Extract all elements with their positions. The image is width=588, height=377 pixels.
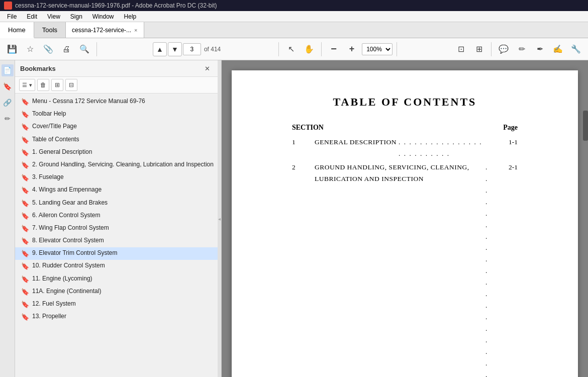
collapse-all-button[interactable]: ⊟	[65, 79, 77, 91]
bookmark-icon-0: 🔖	[21, 98, 29, 107]
fit-page-button[interactable]: ⊡	[453, 41, 469, 57]
tab-document[interactable]: cessna-172-service-... ×	[66, 22, 144, 38]
sidebar-icon-page[interactable]: 📄	[2, 64, 14, 76]
attach-button[interactable]: 📎	[40, 41, 56, 57]
separator-4	[397, 42, 397, 56]
sidebar-icon-bookmark[interactable]: 🔖	[2, 80, 14, 92]
bookmark-label-1: Toolbar Help	[32, 110, 66, 118]
bookmarks-options-button[interactable]: ☰ ▾	[19, 79, 35, 91]
tools-panel-button[interactable]: 🔧	[568, 41, 584, 57]
bookmark-item-8[interactable]: 🔖5. Landing Gear and Brakes	[15, 197, 218, 210]
toc-title-1: GROUND HANDLING, SERVICING, CLEANING, LU…	[315, 162, 487, 377]
select-cursor-button[interactable]: ↖	[283, 41, 299, 57]
bookmark-item-4[interactable]: 🔖1. General Description	[15, 146, 218, 159]
tab-close-button[interactable]: ×	[134, 27, 137, 33]
marquee-zoom-button[interactable]: ⊞	[471, 41, 487, 57]
zoom-out-button[interactable]: −	[326, 41, 342, 57]
menu-file[interactable]: File	[3, 12, 21, 21]
print-button[interactable]: 🖨	[58, 41, 74, 57]
bookmark-item-2[interactable]: 🔖Cover/Title Page	[15, 121, 218, 133]
menu-window[interactable]: Window	[88, 12, 118, 21]
pdf-page: TABLE OF CONTENTS SECTION Page 1 GENERAL…	[232, 70, 578, 377]
separator-3	[321, 42, 322, 56]
bookmark-label-5: 2. Ground Handling, Servicing. Cleaning,…	[32, 160, 214, 169]
tab-home[interactable]: Home	[0, 22, 34, 38]
bookmark-label-7: 4. Wings and Empennage	[32, 185, 102, 194]
expand-all-button[interactable]: ⊞	[51, 79, 63, 91]
bookmarks-title: Bookmarks	[20, 65, 56, 72]
bookmark-item-12[interactable]: 🔖9. Elevator Trim Control System	[15, 247, 218, 260]
sidebar-icon-comment[interactable]: ✏	[2, 113, 14, 125]
bookmark-icon-7: 🔖	[21, 186, 29, 195]
separator-5	[491, 42, 492, 56]
bookmark-item-9[interactable]: 🔖6. Aileron Control System	[15, 210, 218, 222]
bookmark-item-13[interactable]: 🔖10. Rudder Control System	[15, 260, 218, 272]
sidebar-divider[interactable]: ◂	[218, 60, 222, 377]
page-down-button[interactable]: ▼	[168, 42, 182, 56]
bookmark-item-0[interactable]: 🔖Menu - Cessna 172 Service Manual 69-76	[15, 96, 218, 108]
bookmark-item-15[interactable]: 🔖11A. Engine (Continental)	[15, 286, 218, 298]
sign-button[interactable]: ✍	[550, 41, 566, 57]
title-bar: cessna-172-service-manual-1969-1976.pdf …	[0, 0, 588, 11]
bookmark-label-6: 3. Fuselage	[32, 173, 64, 181]
bookmark-label-4: 1. General Description	[32, 148, 92, 156]
left-panel: 📄 🔖 🔗 ✏ Bookmarks ✕ ☰ ▾ 🗑 ⊞ ⊟ 🔖Menu - Ce…	[0, 60, 218, 377]
bookmark-label-13: 10. Rudder Control System	[32, 261, 105, 270]
zoom-select[interactable]: 100% 75% 125% 150%	[362, 43, 393, 55]
bookmark-item-3[interactable]: 🔖Table of Contents	[15, 134, 218, 146]
tab-tools[interactable]: Tools	[34, 22, 66, 38]
toc-row-0: 1 GENERAL DESCRIPTION . . . . . . . . . …	[272, 136, 538, 161]
bookmark-item-17[interactable]: 🔖13. Propeller	[15, 311, 218, 323]
delete-bookmark-button[interactable]: 🗑	[37, 79, 49, 91]
toolbar-right: ⊡ ⊞ 💬 ✏ ✒ ✍ 🔧	[453, 41, 584, 57]
bookmark-label-8: 5. Landing Gear and Brakes	[32, 199, 108, 207]
close-bookmarks-button[interactable]: ✕	[203, 63, 213, 73]
bookmark-icon-13: 🔖	[21, 262, 29, 271]
comment-button[interactable]: 💬	[496, 41, 512, 57]
bookmark-item-10[interactable]: 🔖7. Wing Flap Control System	[15, 222, 218, 235]
search-button[interactable]: 🔍	[76, 41, 92, 57]
app-icon	[4, 2, 12, 10]
menu-edit[interactable]: Edit	[23, 12, 41, 21]
page-number-input[interactable]	[183, 43, 201, 55]
bookmark-icon-4: 🔖	[21, 148, 29, 157]
separator-2	[278, 42, 279, 56]
page-up-button[interactable]: ▲	[153, 42, 167, 56]
bookmark-item-7[interactable]: 🔖4. Wings and Empennage	[15, 184, 218, 197]
bookmark-icon-2: 🔖	[21, 123, 29, 132]
menu-view[interactable]: View	[43, 12, 64, 21]
bookmark-label-2: Cover/Title Page	[32, 122, 77, 131]
toc-num-0: 1	[292, 137, 315, 148]
bookmark-item-5[interactable]: 🔖2. Ground Handling, Servicing. Cleaning…	[15, 159, 218, 171]
toc-header: SECTION Page	[272, 124, 538, 132]
draw-button[interactable]: ✒	[532, 41, 548, 57]
bookmark-item-1[interactable]: 🔖Toolbar Help	[15, 108, 218, 121]
menu-help[interactable]: Help	[120, 12, 141, 21]
save-button[interactable]: 💾	[4, 41, 20, 57]
bookmark-icon-8: 🔖	[21, 199, 29, 208]
bookmark-item-11[interactable]: 🔖8. Elevator Control System	[15, 235, 218, 247]
tab-bar: Home Tools cessna-172-service-... ×	[0, 22, 588, 38]
bookmark-icon-5: 🔖	[21, 161, 29, 170]
pdf-scrollbar-marker	[583, 111, 588, 141]
bookmark-label-14: 11. Engine (Lycoming)	[32, 274, 92, 283]
hand-tool-button[interactable]: ✋	[301, 41, 317, 57]
separator-1	[96, 42, 97, 56]
toolbar: 💾 ☆ 📎 🖨 🔍 ▲ ▼ of 414 ↖ ✋ − + 100% 75% 12…	[0, 38, 588, 60]
pdf-area[interactable]: TABLE OF CONTENTS SECTION Page 1 GENERAL…	[222, 60, 588, 377]
menu-sign[interactable]: Sign	[66, 12, 86, 21]
bookmark-label-17: 13. Propeller	[32, 312, 66, 321]
bookmark-icon-3: 🔖	[21, 136, 29, 145]
bookmark-item-6[interactable]: 🔖3. Fuselage	[15, 171, 218, 184]
bookmark-icon-15: 🔖	[21, 288, 29, 297]
bookmark-item-16[interactable]: 🔖12. Fuel System	[15, 298, 218, 311]
section-label: SECTION	[292, 124, 324, 132]
bookmark-item-14[interactable]: 🔖11. Engine (Lycoming)	[15, 273, 218, 286]
highlight-button[interactable]: ✏	[514, 41, 530, 57]
bookmark-button[interactable]: ☆	[22, 41, 38, 57]
sidebar-icon-link[interactable]: 🔗	[2, 97, 14, 109]
page-total: of 414	[202, 46, 223, 53]
zoom-in-button[interactable]: +	[344, 41, 360, 57]
bookmark-icon-1: 🔖	[21, 110, 29, 119]
window-title: cessna-172-service-manual-1969-1976.pdf …	[15, 2, 217, 9]
